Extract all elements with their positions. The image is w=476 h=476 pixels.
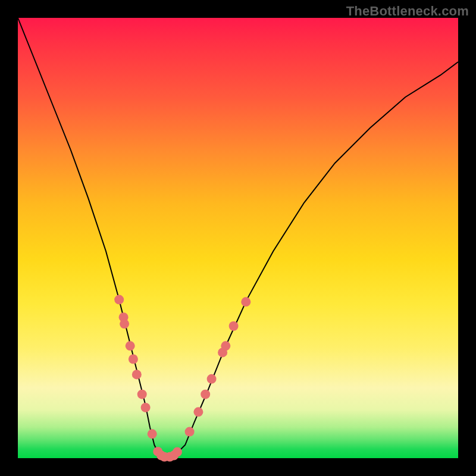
highlight-dot [193,407,203,416]
highlight-dot [173,447,182,457]
watermark-text: TheBottleneck.com [346,4,469,19]
highlight-dot [207,374,217,384]
bottleneck-plot [18,18,458,458]
highlight-dot [241,297,250,306]
chart-area [18,18,458,458]
highlight-dot [229,321,239,331]
highlight-dot [132,369,142,379]
highlight-dot [221,341,230,350]
bottleneck-curve [18,18,458,458]
highlight-dot [126,341,135,350]
highlight-dot [137,390,147,399]
highlight-dot [129,355,138,364]
highlight-dot [185,427,195,437]
highlight-dot [141,403,151,412]
highlight-dot [148,429,157,439]
highlight-dot [120,319,129,328]
highlight-dot [114,295,124,305]
highlight-dot [201,390,210,399]
highlight-dots-group [114,295,250,462]
